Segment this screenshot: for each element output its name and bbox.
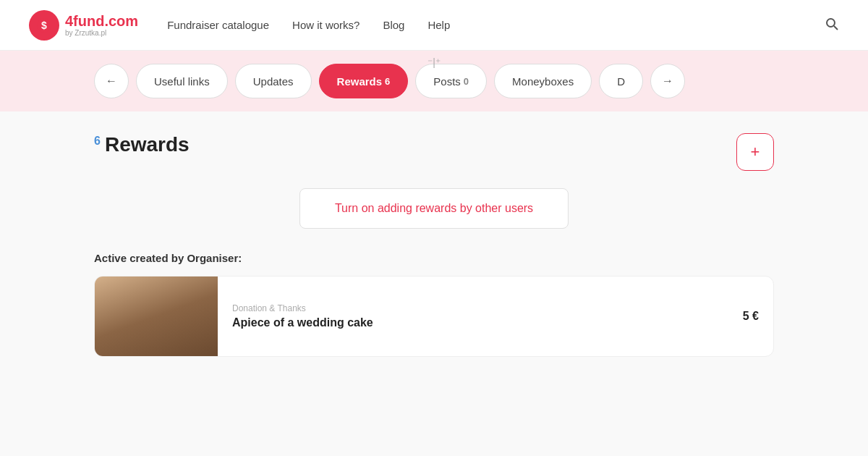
tabs-bar: ⁻|⁺ ← Useful links Updates Rewards 6 Pos… bbox=[0, 51, 868, 111]
tab-posts[interactable]: Posts 0 bbox=[415, 64, 487, 98]
svg-text:$: $ bbox=[41, 20, 47, 31]
reward-card-image-inner bbox=[95, 276, 218, 356]
logo-main: 4fund.com bbox=[65, 13, 138, 29]
posts-badge: 0 bbox=[464, 76, 469, 87]
scroll-indicator: ⁻|⁺ bbox=[427, 56, 441, 68]
logo-sub: by Zrzutka.pl bbox=[65, 29, 138, 37]
reward-card: Donation & Thanks Apiece of a wedding ca… bbox=[94, 276, 774, 357]
reward-card-image bbox=[95, 276, 218, 356]
rewards-count: 6 bbox=[94, 135, 101, 148]
nav: Fundraiser catalogue How it works? Blog … bbox=[167, 17, 839, 34]
reward-card-title: Apiece of a wedding cake bbox=[232, 316, 728, 329]
rewards-title: Rewards bbox=[105, 133, 190, 156]
svg-point-2 bbox=[827, 19, 835, 27]
nav-how-it-works[interactable]: How it works? bbox=[292, 19, 359, 31]
nav-fundraiser-catalogue[interactable]: Fundraiser catalogue bbox=[167, 19, 269, 31]
logo[interactable]: $ 4fund.com by Zrzutka.pl bbox=[29, 10, 138, 41]
logo-text: 4fund.com by Zrzutka.pl bbox=[65, 13, 138, 37]
header: $ 4fund.com by Zrzutka.pl Fundraiser cat… bbox=[0, 0, 868, 51]
search-icon[interactable] bbox=[825, 17, 839, 34]
rewards-header: 6 Rewards + bbox=[94, 133, 774, 171]
tab-moneyboxes[interactable]: Moneyboxes bbox=[494, 64, 592, 98]
rewards-badge: 6 bbox=[385, 76, 390, 87]
nav-blog[interactable]: Blog bbox=[383, 19, 404, 31]
active-section-label: Active created by Organiser: bbox=[94, 252, 774, 264]
tab-rewards[interactable]: Rewards 6 bbox=[319, 64, 409, 98]
rewards-title-group: 6 Rewards bbox=[94, 133, 190, 156]
add-reward-button[interactable]: + bbox=[736, 133, 774, 171]
reward-card-category: Donation & Thanks bbox=[232, 303, 728, 313]
tab-extra[interactable]: D bbox=[599, 64, 643, 98]
turn-on-container: Turn on adding rewards by other users bbox=[94, 188, 774, 229]
svg-line-3 bbox=[834, 26, 838, 30]
reward-card-price: 5 € bbox=[743, 310, 773, 323]
tab-updates[interactable]: Updates bbox=[235, 64, 312, 98]
tab-useful-links[interactable]: Useful links bbox=[136, 64, 228, 98]
tab-left-arrow[interactable]: ← bbox=[94, 64, 129, 98]
nav-help[interactable]: Help bbox=[427, 19, 450, 31]
logo-icon: $ bbox=[29, 10, 59, 41]
main-content: 6 Rewards + Turn on adding rewards by ot… bbox=[0, 111, 868, 379]
reward-card-body: Donation & Thanks Apiece of a wedding ca… bbox=[218, 292, 743, 341]
turn-on-rewards-button[interactable]: Turn on adding rewards by other users bbox=[299, 188, 569, 229]
tab-right-arrow[interactable]: → bbox=[650, 64, 685, 98]
